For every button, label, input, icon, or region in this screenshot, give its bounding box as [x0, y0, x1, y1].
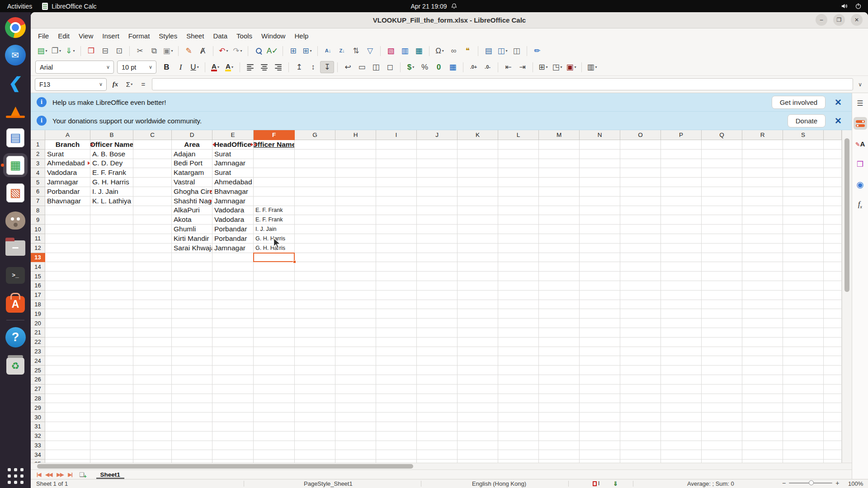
- border-style-button[interactable]: ◳▾: [550, 61, 564, 73]
- row-header-31[interactable]: 31: [31, 422, 45, 432]
- cell-N28[interactable]: [580, 394, 620, 404]
- cell-I19[interactable]: [376, 309, 417, 319]
- zoom-in-icon[interactable]: +: [835, 480, 839, 486]
- cell-J10[interactable]: [417, 225, 458, 234]
- cell-P32[interactable]: [661, 432, 702, 441]
- sidebar-tab-gallery[interactable]: ❒: [854, 158, 867, 170]
- font-name-combo[interactable]: Arial ∨: [35, 61, 114, 74]
- cell-I8[interactable]: [376, 206, 417, 216]
- cell-Q15[interactable]: [702, 272, 742, 281]
- cell-A23[interactable]: [45, 347, 90, 357]
- cell-J3[interactable]: [417, 159, 458, 169]
- cell-I14[interactable]: [376, 262, 417, 272]
- cell-I31[interactable]: [376, 422, 417, 432]
- align-center-button[interactable]: [257, 61, 271, 73]
- cell-P29[interactable]: [661, 403, 702, 413]
- cell-H19[interactable]: [335, 309, 376, 319]
- cell-B35[interactable]: [90, 460, 133, 463]
- cell-N7[interactable]: [580, 197, 620, 206]
- cell-M34[interactable]: [539, 450, 580, 460]
- cell-H22[interactable]: [335, 338, 376, 347]
- cell-Q8[interactable]: [702, 206, 742, 216]
- column-header-F[interactable]: F: [254, 130, 295, 140]
- cell-H13[interactable]: [335, 253, 376, 263]
- cell-H4[interactable]: [335, 168, 376, 178]
- cell-D24[interactable]: [172, 356, 212, 366]
- cell-K19[interactable]: [458, 309, 498, 319]
- column-header-H[interactable]: H: [335, 130, 376, 140]
- vertical-scrollbar-thumb[interactable]: [844, 138, 849, 292]
- cell-G23[interactable]: [295, 347, 335, 357]
- cell-D35[interactable]: [172, 460, 212, 463]
- cell-A28[interactable]: [45, 394, 90, 404]
- cell-E18[interactable]: [212, 300, 254, 310]
- find-and-replace-button[interactable]: [251, 45, 265, 57]
- cell-H29[interactable]: [335, 403, 376, 413]
- cell-E34[interactable]: [212, 450, 254, 460]
- cell-M2[interactable]: [539, 150, 580, 159]
- dock-item-gimp[interactable]: [3, 208, 28, 232]
- show-draw-functions-button[interactable]: ✏: [530, 45, 544, 57]
- row-header-19[interactable]: 19: [31, 309, 45, 319]
- cell-C7[interactable]: [133, 197, 172, 206]
- menu-file[interactable]: File: [33, 30, 53, 42]
- sheet-tab-Sheet1[interactable]: Sheet1: [94, 470, 126, 479]
- cell-L16[interactable]: [498, 281, 539, 291]
- cell-O11[interactable]: [620, 234, 661, 244]
- cell-P10[interactable]: [661, 225, 702, 234]
- cell-N3[interactable]: [580, 159, 620, 169]
- cell-H14[interactable]: [335, 262, 376, 272]
- cell-N11[interactable]: [580, 234, 620, 244]
- cell-E11[interactable]: Porbandar: [212, 234, 254, 244]
- dock-item-files[interactable]: [3, 236, 28, 260]
- cell-G21[interactable]: [295, 328, 335, 338]
- cell-I3[interactable]: [376, 159, 417, 169]
- sort-descending-button[interactable]: Z↓: [335, 45, 349, 57]
- cell-I30[interactable]: [376, 413, 417, 422]
- donate-button[interactable]: Donate: [788, 114, 826, 127]
- cell-E6[interactable]: Bhavnagar: [212, 187, 254, 197]
- cell-Q6[interactable]: [702, 187, 742, 197]
- cell-C3[interactable]: [133, 159, 172, 169]
- cell-R10[interactable]: [742, 225, 783, 234]
- cell-G17[interactable]: [295, 291, 335, 300]
- cell-Q1[interactable]: [702, 140, 742, 150]
- cell-Q16[interactable]: [702, 281, 742, 291]
- cell-D32[interactable]: [172, 432, 212, 441]
- cell-E12[interactable]: Jamnagar: [212, 244, 254, 253]
- cell-M35[interactable]: [539, 460, 580, 463]
- cell-K5[interactable]: [458, 178, 498, 187]
- headers-and-footers-button[interactable]: ▤: [481, 45, 495, 57]
- cell-P21[interactable]: [661, 328, 702, 338]
- cell-D3[interactable]: Bedi Port: [172, 159, 212, 169]
- menu-data[interactable]: Data: [208, 30, 232, 42]
- cell-P20[interactable]: [661, 319, 702, 328]
- cell-G9[interactable]: [295, 215, 335, 225]
- cell-F8[interactable]: E. F. Frank: [254, 206, 295, 216]
- print-preview-button[interactable]: ⊡: [112, 45, 126, 57]
- cell-E13[interactable]: [212, 253, 254, 263]
- borders-button[interactable]: ⊞▾: [536, 61, 550, 73]
- cell-I23[interactable]: [376, 347, 417, 357]
- cell-N26[interactable]: [580, 375, 620, 385]
- cell-F1[interactable]: Officer Name: [254, 140, 295, 150]
- previous-sheet-icon[interactable]: ◀◀: [43, 472, 55, 478]
- cell-K15[interactable]: [458, 272, 498, 281]
- sidebar-tab-sidebar-settings[interactable]: ☰: [854, 97, 867, 109]
- cell-H34[interactable]: [335, 450, 376, 460]
- cell-Q32[interactable]: [702, 432, 742, 441]
- dock-item-libreoffice-writer[interactable]: ▤: [3, 126, 28, 150]
- cell-I13[interactable]: [376, 253, 417, 263]
- cell-S29[interactable]: [783, 403, 824, 413]
- row-header-11[interactable]: 11: [31, 234, 45, 244]
- cell-F24[interactable]: [254, 356, 295, 366]
- row-header-21[interactable]: 21: [31, 328, 45, 338]
- function-wizard-button[interactable]: fx: [110, 79, 121, 90]
- column-header-E[interactable]: E: [212, 130, 254, 140]
- insert-chart-button[interactable]: ▥: [398, 45, 412, 57]
- cell-O26[interactable]: [620, 375, 661, 385]
- cell-P14[interactable]: [661, 262, 702, 272]
- cell-D26[interactable]: [172, 375, 212, 385]
- cell-S17[interactable]: [783, 291, 824, 300]
- cell-A5[interactable]: Jamnagar: [45, 178, 90, 187]
